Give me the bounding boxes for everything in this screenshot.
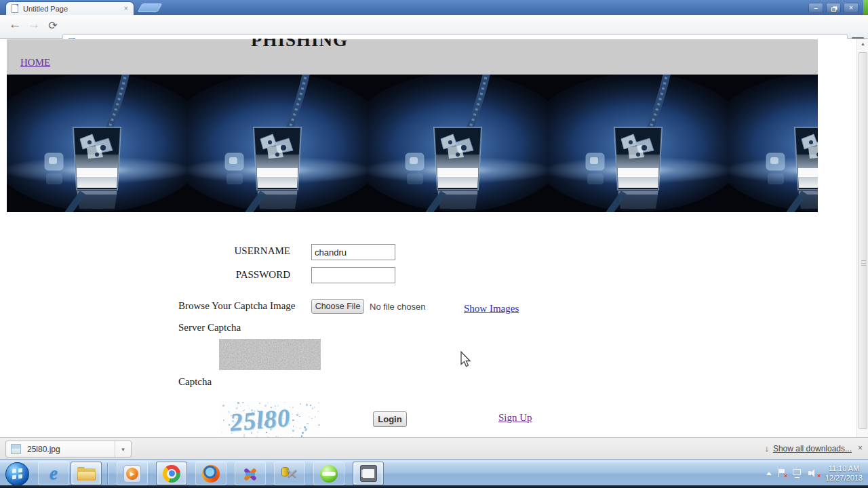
home-link[interactable]: HOME [20, 57, 50, 68]
choose-file-button[interactable]: Choose File [311, 299, 364, 314]
tab-title: Untitled Page [23, 5, 119, 13]
server-captcha-label: Server Captcha [178, 322, 241, 333]
downloads-bar-close-icon[interactable]: × [858, 444, 863, 452]
username-input[interactable] [311, 244, 395, 260]
taskbar-sql-tools[interactable] [274, 462, 305, 485]
hidden-icons-arrow[interactable] [766, 472, 772, 475]
server-captcha-image [219, 339, 321, 370]
image-thumbnail-icon [11, 444, 21, 454]
taskbar-internet-explorer[interactable]: e [38, 462, 69, 485]
start-orb[interactable] [5, 462, 29, 486]
close-button[interactable]: × [844, 3, 859, 13]
minimize-button[interactable]: – [808, 3, 823, 13]
page-header-band: HOME [7, 39, 818, 75]
username-label: USERNAME [234, 245, 290, 257]
page-title: PHISHING [251, 39, 348, 51]
show-images-link[interactable]: Show Images [464, 303, 519, 314]
browser-tab[interactable]: Untitled Page × [5, 1, 134, 15]
internet-explorer-icon: e [50, 464, 58, 483]
forward-icon[interactable]: → [26, 17, 42, 32]
scrollbar-grip [861, 260, 866, 266]
back-icon[interactable]: ← [7, 17, 23, 32]
download-arrow-icon: ↓ [764, 443, 769, 453]
scrollbar-up-icon[interactable]: ▲ [857, 39, 868, 49]
taskbar-divider [107, 463, 108, 484]
taskbar-visual-studio[interactable] [235, 462, 266, 485]
browse-captcha-label: Browse Your Captcha Image [178, 300, 295, 312]
network-icon[interactable] [792, 468, 802, 478]
media-player-icon: ▶ [123, 465, 141, 483]
window-controls: – × [808, 3, 859, 13]
banner-image [7, 75, 818, 212]
windows-taskbar: e ▶ ✕ ✕ 11:10 AM 12/27/2013 [0, 460, 868, 488]
captcha-text: 25l80 [229, 403, 292, 437]
firefox-icon [202, 465, 220, 483]
sql-tools-icon [281, 465, 298, 483]
no-file-chosen-text: No file chosen [370, 302, 425, 312]
taskbar-image-window[interactable] [353, 462, 384, 485]
vertical-scrollbar[interactable]: ▲ [856, 39, 868, 437]
password-input[interactable] [311, 267, 395, 283]
clock-time: 11:10 AM [829, 464, 860, 472]
taskbar-firefox[interactable] [195, 462, 226, 485]
action-center-flag-icon[interactable]: ✕ [778, 468, 786, 478]
captcha-image: 25l80 [219, 401, 321, 437]
captcha-label: Captcha [178, 376, 212, 388]
green-server-icon [320, 465, 338, 483]
taskbar-green-server[interactable] [313, 462, 344, 485]
login-button[interactable]: Login [373, 411, 407, 427]
water-glass-banner [7, 75, 818, 212]
download-file-name: 25l80.jpg [27, 445, 115, 454]
windows-explorer-icon [77, 467, 96, 481]
desktop-edge-strip [863, 0, 868, 15]
taskbar-chrome[interactable] [156, 462, 187, 485]
taskbar-media-player[interactable]: ▶ [117, 462, 148, 485]
screen: Untitled Page × – × ← → ⟳ localhost:1107… [0, 0, 868, 488]
browser-titlebar: Untitled Page × – × [0, 0, 868, 15]
page-favicon [12, 4, 18, 13]
download-dropdown-icon[interactable]: ▾ [115, 441, 131, 457]
scrollbar-thumb[interactable] [859, 52, 867, 429]
browser-toolbar: ← → ⟳ localhost:1107/SOURCE%20CODE/login… [0, 15, 868, 39]
image-window-icon [360, 465, 377, 482]
signup-link[interactable]: Sign Up [498, 412, 532, 424]
taskbar-clock[interactable]: 11:10 AM 12/27/2013 [825, 464, 865, 483]
password-label: PASSWORD [235, 269, 290, 281]
mouse-cursor [460, 351, 471, 367]
volume-muted-icon[interactable]: ✕ [808, 468, 819, 478]
taskbar-windows-explorer[interactable] [71, 462, 102, 485]
new-tab-button[interactable] [138, 3, 163, 12]
tab-close-icon[interactable]: × [124, 5, 128, 12]
restore-button[interactable] [826, 3, 841, 13]
clock-date: 12/27/2013 [825, 474, 863, 482]
visual-studio-icon [241, 465, 259, 483]
download-item[interactable]: 25l80.jpg ▾ [5, 441, 132, 458]
downloads-bar: 25l80.jpg ▾ ↓ Show all downloads... × [0, 437, 868, 460]
show-all-downloads-link[interactable]: Show all downloads... [773, 444, 852, 453]
chrome-icon [163, 465, 180, 483]
reload-icon[interactable]: ⟳ [45, 19, 61, 32]
system-tray: ✕ ✕ 11:10 AM 12/27/2013 [766, 460, 865, 486]
web-page: HOME PHISHING [0, 39, 856, 437]
